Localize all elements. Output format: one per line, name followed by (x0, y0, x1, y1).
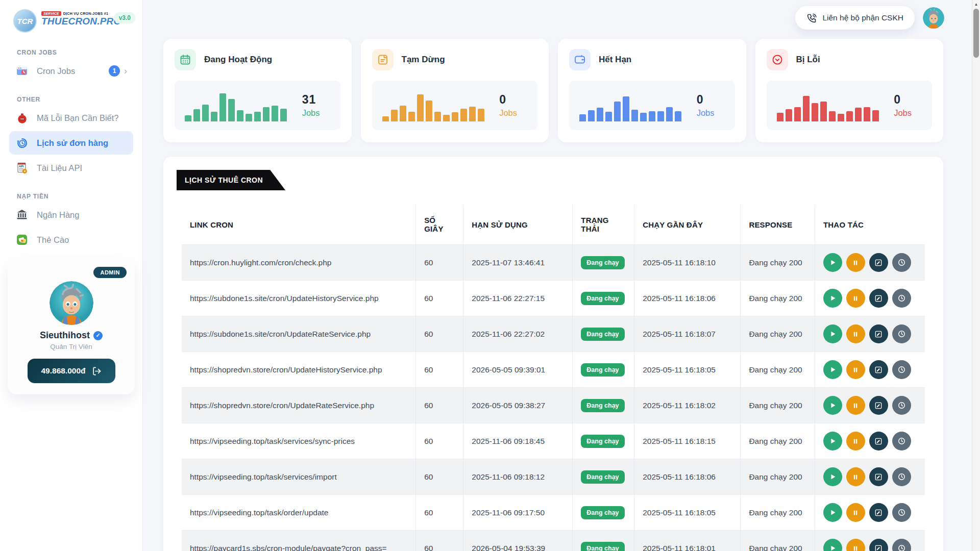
cron-link-cell: https://vipseeding.top/task/services/syn… (182, 423, 416, 459)
history-button[interactable] (892, 396, 911, 415)
edit-button[interactable] (869, 396, 888, 415)
run-button[interactable] (823, 396, 842, 415)
history-button[interactable] (892, 467, 911, 486)
history-button[interactable] (892, 503, 911, 522)
actions-cell (815, 316, 925, 352)
table-row: https://vipseeding.top/task/services/imp… (182, 459, 925, 495)
actions-cell (815, 245, 925, 281)
history-button[interactable] (892, 253, 911, 272)
stat-unit: Jobs (894, 108, 912, 118)
edit-button[interactable] (869, 253, 888, 272)
balance-amount: 49.868.000đ (41, 366, 85, 375)
section-label-other: OTHER (17, 96, 142, 103)
scratch-card-icon (15, 233, 29, 246)
run-button[interactable] (823, 432, 842, 450)
table-row: https://shopredvn.store/cron/UpdateRateS… (182, 388, 925, 423)
edit-button[interactable] (869, 289, 888, 308)
edit-button[interactable] (869, 467, 888, 486)
sidebar-item-order-history[interactable]: Lịch sử đơn hàng (9, 131, 133, 155)
last-run-cell: 2025-05-11 16:18:15 (634, 423, 741, 459)
seconds-cell: 60 (416, 281, 463, 316)
pause-button[interactable] (846, 467, 865, 486)
scrollbar-thumb[interactable] (973, 9, 979, 58)
stat-value: 0 (894, 93, 912, 107)
run-button[interactable] (823, 253, 842, 272)
profile-role: Quản Trị Viên (16, 343, 127, 350)
balance-logout-button[interactable]: 49.868.000đ (28, 359, 115, 383)
history-button[interactable] (892, 360, 911, 379)
brand-logo-circle: TCR (13, 9, 37, 33)
history-icon (15, 136, 29, 149)
stat-title: Đang Hoạt Động (204, 55, 272, 65)
actions-cell (815, 459, 925, 495)
sidebar-item-cron-jobs[interactable]: Cron Jobs 1 › (9, 59, 133, 83)
stat-value: 31 (302, 93, 320, 107)
stat-card-error: Bị Lỗi 0 Jobs (755, 39, 944, 142)
column-header: HẠN SỬ DỤNG (463, 205, 573, 245)
table-row: https://shopredvn.store/cron/UpdateHisto… (182, 352, 925, 388)
status-cell: Đang chạy (573, 531, 634, 551)
history-button[interactable] (892, 539, 911, 551)
run-button[interactable] (823, 289, 842, 308)
run-button[interactable] (823, 539, 842, 551)
user-avatar[interactable] (923, 7, 944, 29)
brand-logo[interactable]: TCR SERVICE DỊCH VỤ CRON-JOBS #1 THUECRO… (0, 0, 142, 36)
seconds-cell: 60 (416, 459, 463, 495)
pause-button[interactable] (846, 289, 865, 308)
sidebar-item-api-docs[interactable]: API Tài Liệu API (9, 156, 133, 180)
actions-cell (815, 388, 925, 423)
pause-button[interactable] (846, 324, 865, 343)
history-button[interactable] (892, 324, 911, 343)
run-button[interactable] (823, 360, 842, 379)
history-button[interactable] (892, 289, 911, 308)
response-cell: Đang chạy 200 (741, 245, 815, 281)
error-bomb-icon (15, 111, 29, 124)
pause-button[interactable] (846, 503, 865, 522)
wallet-icon (569, 49, 591, 70)
pause-button[interactable] (846, 253, 865, 272)
edit-button[interactable] (869, 503, 888, 522)
seconds-cell: 60 (416, 352, 463, 388)
sidebar-item-label: Ngân Hàng (37, 210, 79, 220)
cron-link-cell: https://cron.huylight.com/cron/check.php (182, 245, 416, 281)
history-button[interactable] (892, 432, 911, 450)
column-header: SỐ GIÂY (416, 205, 463, 245)
edit-button[interactable] (869, 432, 888, 450)
status-badge: Đang chạy (581, 470, 624, 484)
pause-button[interactable] (846, 432, 865, 450)
status-badge: Đang chạy (581, 256, 624, 269)
pause-button[interactable] (846, 396, 865, 415)
run-button[interactable] (823, 324, 842, 343)
sidebar-item-bank[interactable]: Ngân Hàng (9, 203, 133, 227)
pause-button[interactable] (846, 360, 865, 379)
edit-button[interactable] (869, 324, 888, 343)
stat-title: Hết Hạn (599, 55, 631, 65)
expiry-cell: 2026-05-05 09:39:01 (463, 352, 573, 388)
cron-jobs-count-badge: 1 (109, 65, 120, 77)
last-run-cell: 2025-05-11 16:18:10 (634, 245, 741, 281)
mini-bar-chart (382, 90, 484, 121)
sidebar-item-scratch-card[interactable]: Thẻ Cào (9, 228, 133, 252)
contact-support-button[interactable]: Liên hệ bộ phận CSKH (795, 6, 915, 30)
api-doc-icon: API (15, 161, 29, 174)
sidebar-item-error-codes[interactable]: Mã Lỗi Bạn Cần Biết? (9, 106, 133, 130)
table-row: https://vipseeding.top/task/services/syn… (182, 423, 925, 459)
stat-unit: Jobs (499, 108, 517, 118)
run-button[interactable] (823, 467, 842, 486)
cron-link-cell: https://vipseeding.top/task/order/update (182, 495, 416, 531)
edit-button[interactable] (869, 539, 888, 551)
last-run-cell: 2025-05-11 16:18:06 (634, 459, 741, 495)
seconds-cell: 60 (416, 423, 463, 459)
scrollbar-up-arrow[interactable]: ▲ (972, 0, 980, 8)
column-header: TRẠNG THÁI (573, 205, 634, 245)
status-cell: Đang chạy (573, 388, 634, 423)
status-cell: Đang chạy (573, 245, 634, 281)
status-cell: Đang chạy (573, 423, 634, 459)
edit-button[interactable] (869, 360, 888, 379)
page-scrollbar[interactable]: ▲ (972, 0, 980, 551)
actions-cell (815, 281, 925, 316)
actions-cell (815, 495, 925, 531)
stat-card-paused: Tạm Dừng 0 Jobs (361, 39, 549, 142)
run-button[interactable] (823, 503, 842, 522)
pause-button[interactable] (846, 539, 865, 551)
